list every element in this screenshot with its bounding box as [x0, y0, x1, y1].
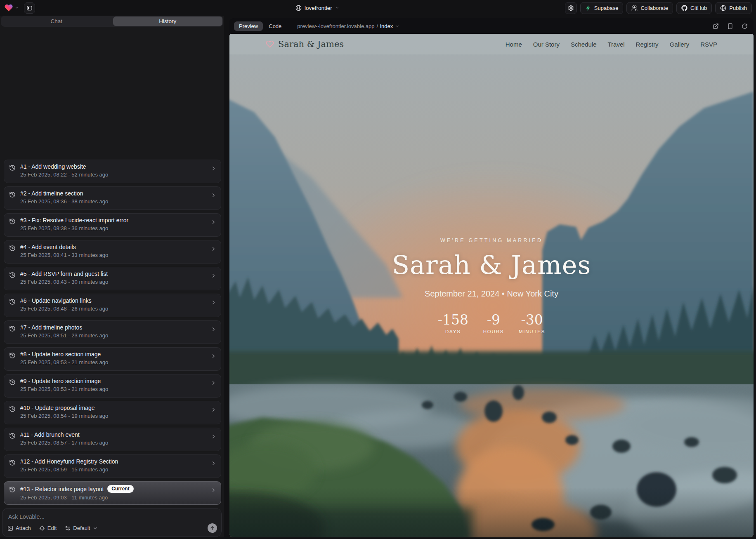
supabase-label: Supabase [594, 5, 619, 11]
github-button[interactable]: GitHub [676, 2, 712, 14]
history-icon [9, 165, 16, 171]
history-item[interactable]: #9 - Update hero section image 25 Feb 20… [4, 374, 221, 398]
history-item-timestamp: 25 Feb 2025, 08:36 - 38 minutes ago [20, 198, 216, 205]
chevron-right-icon[interactable] [210, 165, 217, 172]
countdown-label: HOURS [483, 329, 504, 334]
chevron-right-icon[interactable] [210, 192, 217, 198]
chevron-right-icon[interactable] [210, 246, 217, 252]
edit-button[interactable]: Edit [39, 525, 57, 531]
history-icon [9, 406, 16, 412]
countdown: -158 DAYS -9 HOURS -30 MINUTES [438, 312, 546, 334]
chevron-down-icon [92, 525, 98, 531]
app-topbar: lovefrontier Supabase Collaborate GitHub [0, 0, 756, 16]
history-item[interactable]: #6 - Update navigation links 25 Feb 2025… [4, 294, 221, 317]
history-item-title: #3 - Fix: Resolve Lucide-react import er… [20, 217, 128, 224]
collaborate-label: Collaborate [640, 5, 668, 11]
history-item-title: #6 - Update navigation links [20, 297, 92, 304]
history-item[interactable]: #7 - Add timeline photos 25 Feb 2025, 08… [4, 320, 221, 344]
supabase-button[interactable]: Supabase [580, 2, 624, 14]
history-item-timestamp: 25 Feb 2025, 08:54 - 19 minutes ago [20, 413, 216, 419]
refresh-icon[interactable] [742, 23, 748, 29]
chevron-right-icon[interactable] [210, 407, 217, 413]
chevron-right-icon[interactable] [210, 299, 217, 306]
lovable-logo-menu[interactable] [4, 3, 19, 12]
history-item-timestamp: 25 Feb 2025, 09:03 - 11 minutes ago [20, 494, 216, 501]
history-item-timestamp: 25 Feb 2025, 08:22 - 52 minutes ago [20, 172, 216, 178]
gear-icon [568, 5, 574, 11]
history-item-title: #9 - Update hero section image [20, 378, 101, 384]
history-list: #1 - Add wedding website 25 Feb 2025, 08… [4, 160, 221, 505]
attach-button[interactable]: Attach [7, 525, 31, 531]
publish-label: Publish [729, 5, 747, 11]
tab-preview[interactable]: Preview [234, 21, 263, 31]
crosshair-icon [39, 525, 45, 531]
history-item[interactable]: #2 - Add timeline section 25 Feb 2025, 0… [4, 186, 221, 210]
history-icon [9, 272, 16, 278]
settings-button[interactable] [565, 2, 577, 14]
globe-icon [720, 5, 726, 11]
current-badge: Current [107, 485, 133, 493]
tab-code[interactable]: Code [264, 21, 286, 31]
history-item[interactable]: #3 - Fix: Resolve Lucide-react import er… [4, 213, 221, 237]
chevron-right-icon[interactable] [210, 326, 217, 332]
chevron-right-icon[interactable] [210, 433, 217, 440]
history-item-timestamp: 25 Feb 2025, 08:51 - 23 minutes ago [20, 332, 216, 339]
chevron-right-icon[interactable] [210, 487, 217, 493]
countdown-value: -30 [521, 312, 543, 328]
countdown-column: -30 MINUTES [519, 312, 545, 334]
hero-eyebrow: WE'RE GETTING MARRIED [440, 238, 543, 243]
sliders-icon [65, 525, 71, 531]
history-icon [9, 379, 16, 386]
history-item[interactable]: #10 - Update proposal image 25 Feb 2025,… [4, 401, 221, 424]
hero-subtitle: September 21, 2024 • New York City [425, 289, 558, 299]
prompt-composer: Attach Edit Default [2, 508, 222, 537]
preview-path: index [380, 23, 393, 29]
chevron-right-icon[interactable] [210, 353, 217, 359]
preview-url: preview--lovefrontier.lovable.app [297, 23, 374, 29]
url-separator: / [376, 23, 378, 29]
history-item-timestamp: 25 Feb 2025, 08:38 - 36 minutes ago [20, 225, 216, 231]
chevron-down-icon [395, 24, 399, 28]
open-external-icon[interactable] [713, 23, 719, 29]
model-mode-selector[interactable]: Default [65, 525, 98, 531]
chevron-right-icon[interactable] [210, 219, 217, 225]
history-item-title: #8 - Update hero section image [20, 351, 101, 358]
mobile-view-icon[interactable] [727, 23, 733, 29]
history-item[interactable]: #8 - Update hero section image 25 Feb 20… [4, 347, 221, 371]
history-item[interactable]: #12 - Add Honeyfund Registry Section 25 … [4, 454, 221, 478]
preview-url-bar[interactable]: preview--lovefrontier.lovable.app / inde… [297, 23, 399, 29]
chevron-down-icon [335, 6, 339, 10]
countdown-value: -158 [438, 312, 468, 328]
history-item[interactable]: #5 - Add RSVP form and guest list 25 Feb… [4, 267, 221, 290]
history-item-title: #13 - Refactor index page layout [20, 486, 104, 492]
lovable-heart-icon [4, 3, 13, 12]
history-item[interactable]: #1 - Add wedding website 25 Feb 2025, 08… [4, 160, 221, 183]
sidebar-tab-bar: Chat History [1, 16, 223, 27]
chevron-right-icon[interactable] [210, 460, 217, 466]
users-icon [631, 5, 638, 11]
history-item[interactable]: #4 - Add event details 25 Feb 2025, 08:4… [4, 240, 221, 264]
history-item-timestamp: 25 Feb 2025, 08:41 - 33 minutes ago [20, 252, 216, 258]
arrow-up-icon [210, 525, 215, 531]
send-button[interactable] [208, 523, 217, 533]
tab-chat[interactable]: Chat [2, 16, 111, 26]
chevron-right-icon[interactable] [210, 380, 217, 386]
publish-button[interactable]: Publish [715, 2, 752, 14]
history-item-timestamp: 25 Feb 2025, 08:53 - 21 minutes ago [20, 359, 216, 365]
history-icon [9, 459, 16, 466]
history-item-title: #2 - Add timeline section [20, 190, 83, 197]
collaborate-button[interactable]: Collaborate [626, 2, 673, 14]
project-switcher[interactable]: lovefrontier [295, 0, 339, 16]
image-icon [7, 525, 13, 531]
countdown-label: DAYS [445, 329, 461, 334]
history-item-timestamp: 25 Feb 2025, 08:53 - 21 minutes ago [20, 386, 216, 392]
prompt-input[interactable] [2, 508, 221, 523]
history-item[interactable]: #13 - Refactor index page layout Current… [4, 481, 221, 505]
chevron-right-icon[interactable] [210, 273, 217, 279]
sidebar-toggle-button[interactable] [24, 2, 35, 14]
history-icon [9, 218, 16, 225]
supabase-bolt-icon [585, 5, 591, 11]
countdown-label: MINUTES [519, 329, 545, 334]
tab-history[interactable]: History [113, 16, 223, 26]
history-item[interactable]: #11 - Add brunch event 25 Feb 2025, 08:5… [4, 428, 221, 451]
